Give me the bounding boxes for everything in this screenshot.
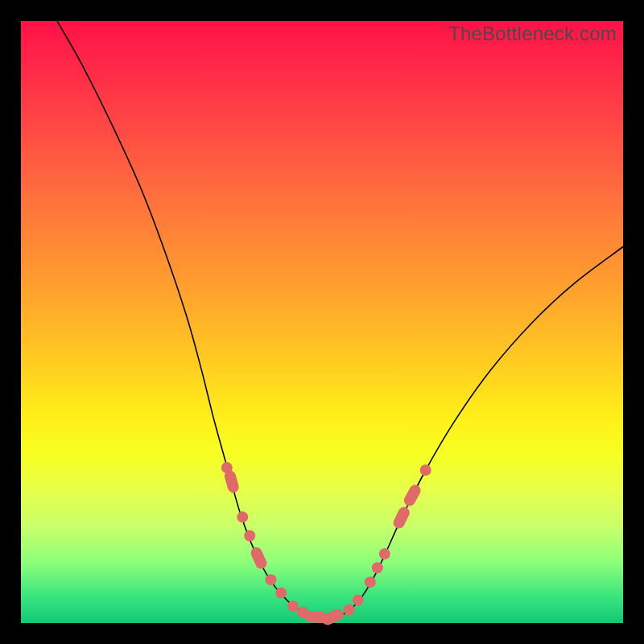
- data-marker: [223, 469, 240, 494]
- data-marker: [275, 588, 287, 599]
- data-marker: [372, 562, 383, 573]
- curve-path: [57, 21, 623, 618]
- data-marker: [237, 511, 248, 522]
- bottleneck-curve: [21, 21, 623, 623]
- data-marker: [320, 607, 345, 626]
- data-marker: [244, 530, 255, 542]
- data-marker: [353, 595, 364, 606]
- marker-group: [221, 462, 431, 627]
- data-marker: [402, 483, 423, 508]
- data-marker: [379, 548, 390, 559]
- data-marker: [265, 574, 276, 585]
- data-marker: [365, 576, 376, 588]
- plot-area: TheBottleneck.com: [21, 21, 623, 623]
- data-marker: [420, 464, 431, 476]
- chart-frame: TheBottleneck.com: [0, 0, 644, 644]
- data-marker: [391, 505, 411, 530]
- data-marker: [249, 546, 268, 571]
- data-marker: [287, 601, 299, 612]
- data-marker: [344, 605, 355, 616]
